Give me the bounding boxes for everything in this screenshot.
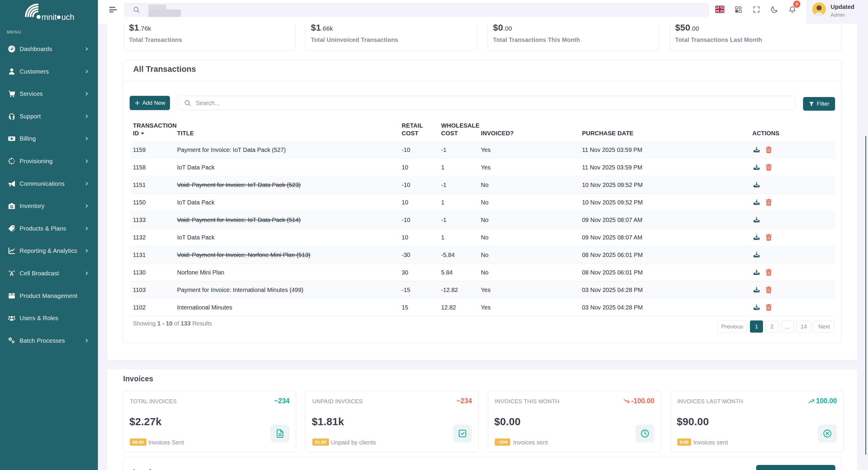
- svg-text:mnit: mnit: [41, 13, 57, 21]
- svg-text:uch: uch: [61, 13, 74, 21]
